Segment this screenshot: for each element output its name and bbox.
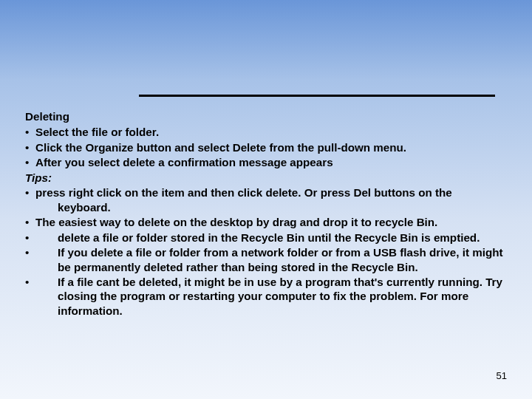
tip-text: If a file cant be deleted, it might be i… [35,275,504,318]
list-item: • If you delete a file or folder from a … [25,245,504,274]
steps-list: • Select the file or folder. • Click the… [25,125,504,169]
step-text: Select the file or folder. [35,125,504,139]
bullet-icon: • [25,185,35,200]
content-block: Deleting • Select the file or folder. • … [25,109,504,318]
step-text: After you select delete a confirmation m… [35,155,504,169]
header-rule [139,95,495,97]
list-item: • After you select delete a confirmation… [25,155,504,169]
tip-text: delete a file or folder stored in the Re… [35,231,504,245]
list-item: • press right click on the item and then… [25,185,504,214]
bullet-icon: • [25,125,35,139]
bullet-icon: • [25,231,35,245]
bullet-icon: • [25,275,35,289]
bullet-icon: • [25,245,35,259]
list-item: • The easiest way to delete on the deskt… [25,215,504,229]
tips-heading: Tips: [25,171,504,185]
tips-list: • press right click on the item and then… [25,185,504,318]
section-heading: Deleting [25,109,504,123]
list-item: • delete a file or folder stored in the … [25,231,504,245]
page-number: 51 [497,370,507,381]
list-item: • Select the file or folder. [25,125,504,139]
bullet-icon: • [25,215,35,229]
tip-text: press right click on the item and then c… [35,185,504,214]
slide: Deleting • Select the file or folder. • … [0,0,532,399]
list-item: • Click the Organize button and select D… [25,140,504,154]
bullet-icon: • [25,155,35,169]
tip-text: If you delete a file or folder from a ne… [35,245,504,274]
step-text: Click the Organize button and select Del… [35,140,504,154]
list-item: • If a file cant be deleted, it might be… [25,275,504,318]
bullet-icon: • [25,140,35,154]
tip-text: The easiest way to delete on the desktop… [35,215,504,229]
